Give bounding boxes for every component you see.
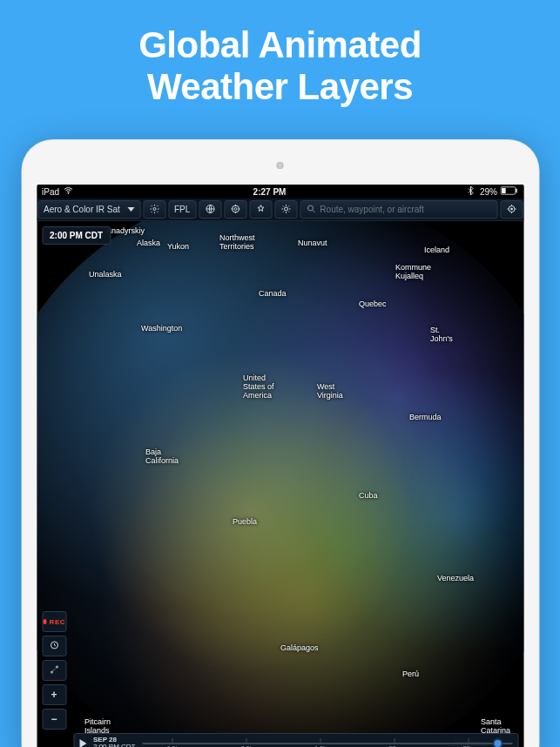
search-field[interactable] <box>300 200 497 219</box>
promo-title: Global Animated Weather Layers <box>0 0 560 109</box>
layer-selector[interactable]: Aero & Color IR Sat <box>37 200 140 219</box>
globe-button[interactable] <box>199 200 221 219</box>
svg-point-6 <box>232 205 239 212</box>
record-icon <box>43 619 47 624</box>
route-tool-button[interactable] <box>42 660 66 681</box>
battery-icon <box>501 186 518 197</box>
timeline-line <box>142 743 512 744</box>
target-button[interactable] <box>224 200 246 219</box>
map-label: SantaCatarina <box>481 717 510 735</box>
tablet-frame: iPad 2:27 PM 29% Aero & Color IR Sat <box>21 139 539 747</box>
brightness-button[interactable] <box>274 200 297 219</box>
wifi-icon <box>63 185 73 198</box>
svg-point-11 <box>510 208 512 210</box>
svg-rect-2 <box>516 189 518 193</box>
svg-point-4 <box>153 207 156 210</box>
svg-point-0 <box>68 193 69 194</box>
timeline-knob[interactable] <box>492 738 503 747</box>
tablet-camera <box>277 162 284 169</box>
svg-point-8 <box>284 207 287 211</box>
status-bar: iPad 2:27 PM 29% <box>37 185 523 199</box>
timeline: SEP 28 2:00 PM CDT -2.5h-2.0h-1.5h-57m-2… <box>73 733 518 747</box>
timeline-date: SEP 28 2:00 PM CDT <box>93 737 135 747</box>
status-time: 2:27 PM <box>253 187 287 197</box>
battery-label: 29% <box>480 187 497 197</box>
locate-icon <box>506 204 516 216</box>
fpl-label: FPL <box>174 205 190 214</box>
map-area[interactable]: AnadyrskiyAlaskaYukonNorthwestTerritorie… <box>37 221 523 747</box>
svg-point-13 <box>51 671 52 673</box>
time-pill: 2:00 PM CDT <box>42 226 111 245</box>
record-button[interactable]: REC <box>42 611 66 632</box>
device-label: iPad <box>42 187 59 197</box>
chevron-down-icon <box>127 207 134 212</box>
target-icon <box>230 204 240 216</box>
locate-button[interactable] <box>500 200 523 219</box>
layer-label: Aero & Color IR Sat <box>44 205 120 214</box>
sun-icon <box>280 204 291 216</box>
bluetooth-icon <box>466 185 476 198</box>
search-icon <box>306 204 316 216</box>
globe-icon <box>205 204 215 216</box>
promo-line1: Global Animated <box>0 24 560 66</box>
search-input[interactable] <box>320 205 491 214</box>
timeline-time-label: 2:00 PM CDT <box>93 744 135 747</box>
favorite-button[interactable] <box>249 200 272 219</box>
route-icon <box>49 664 59 677</box>
zoom-out-button[interactable]: − <box>42 709 66 730</box>
star-plus-icon <box>255 204 266 216</box>
app-screen: iPad 2:27 PM 29% Aero & Color IR Sat <box>37 185 523 747</box>
svg-rect-3 <box>503 188 507 193</box>
svg-point-9 <box>307 205 313 211</box>
zoom-in-button[interactable]: + <box>42 684 66 705</box>
promo-line2: Weather Layers <box>0 66 560 108</box>
svg-point-7 <box>234 207 237 210</box>
left-tools: REC + − <box>42 611 66 730</box>
clock-icon <box>49 640 59 653</box>
satellite-globe <box>37 221 523 747</box>
settings-button[interactable] <box>143 200 165 219</box>
timeline-track[interactable]: -2.5h-2.0h-1.5h-57m-27m <box>142 734 512 747</box>
toolbar: Aero & Color IR Sat FPL <box>37 199 523 221</box>
svg-point-14 <box>56 666 57 668</box>
rec-label: REC <box>50 618 65 626</box>
gear-icon <box>149 204 159 216</box>
play-button[interactable] <box>79 739 86 747</box>
time-tool-button[interactable] <box>42 636 66 656</box>
fpl-button[interactable]: FPL <box>168 200 196 219</box>
